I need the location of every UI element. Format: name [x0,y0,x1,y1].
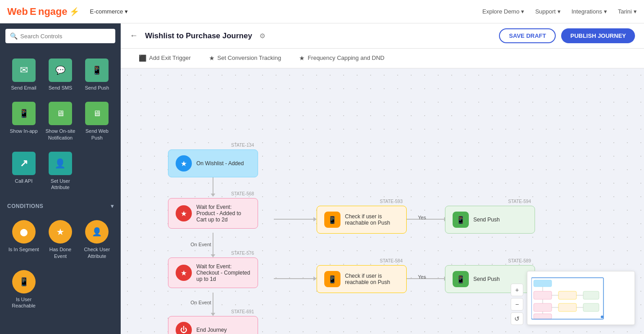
sidebar-item-set-user-attribute[interactable]: 👤 Set User Attribute [42,145,78,195]
send-email-label: Send Email [11,85,36,91]
svg-marker-9 [313,276,317,281]
zoom-in-button[interactable]: + [511,284,523,296]
ecommerce-dropdown[interactable]: E-commerce ▾ [90,8,128,15]
integrations-dropdown[interactable]: Integrations ▾ [571,8,607,15]
svg-marker-1 [211,194,215,197]
node-state-593[interactable]: STATE-593 📱 Check if user is reachable o… [317,206,407,234]
canvas[interactable]: On Timeout Yes On Event On Timeout Yes O… [121,68,644,334]
is-in-segment-label: Is In Segment [9,246,39,253]
send-push-label: Send Push [85,85,109,91]
sidebar-item-is-user-reachable[interactable]: 📱 Is User Reachable [5,264,42,314]
state-134-id: STATE-134 [231,143,254,148]
zoom-out-button[interactable]: − [511,298,523,311]
set-user-attribute-icon: 👤 [49,152,72,175]
search-box[interactable]: 🔍 [5,29,115,43]
conversion-icon: ★ [209,54,215,62]
call-api-label: Call API [15,178,32,184]
explore-demo-dropdown[interactable]: Explore Demo ▾ [482,8,524,15]
minimap [527,271,635,325]
state-584-label: Check if user is reachable on Push [345,273,399,285]
search-input[interactable] [20,33,111,40]
svg-point-30 [601,316,603,318]
user-dropdown[interactable]: Tarini ▾ [618,8,637,15]
on-event-label-1: On Event [190,242,211,247]
conditions-chevron-icon: ▾ [111,203,114,209]
sidebar-item-is-in-segment[interactable]: ⬤ Is In Segment [5,214,42,264]
send-sms-icon: 💬 [49,59,72,82]
send-email-icon: ✉ [12,59,36,82]
state-568-label: Wait for Event: Product - Added to Cart … [196,204,250,223]
explore-demo-chevron-icon: ▾ [521,8,524,15]
sendpush1-id: STATE-594 [508,199,531,204]
support-label: Support [535,8,556,15]
user-label: Tarini [618,8,632,15]
sidebar-item-call-api[interactable]: ↗ Call API [5,145,42,195]
is-user-reachable-label: Is User Reachable [8,296,39,309]
check2-push-icon: 📱 [324,271,340,287]
conditions-label: CONDITIONS [7,203,43,209]
search-icon: 🔍 [10,32,18,40]
svg-rect-19 [558,303,576,311]
logo-highlight: E [30,6,36,18]
sidebar-item-send-web-push[interactable]: 🖥 Send Web Push [79,95,115,145]
state-593-id: STATE-593 [380,199,403,204]
support-chevron-icon: ▾ [558,8,561,15]
svg-rect-14 [534,280,552,287]
topnav: WebEngage ⚡ E-commerce ▾ Explore Demo ▾ … [0,0,644,23]
node-state-576[interactable]: STATE-576 ★ Wait for Event: Checkout - C… [168,257,258,288]
integrations-label: Integrations [571,8,602,15]
node-state-691[interactable]: STATE-691 ⏻ End Journey [168,316,258,334]
tab-exit-trigger[interactable]: ⬛ Add Exit Trigger [130,49,200,68]
settings-icon[interactable]: ⚙ [259,32,265,40]
header-actions: SAVE DRAFT PUBLISH JOURNEY [499,28,635,43]
sidebar: 🔍 ✉ Send Email 💬 Send SMS 📱 Send Push 📱 … [0,23,121,334]
svg-rect-16 [558,291,576,299]
save-draft-button[interactable]: SAVE DRAFT [499,28,556,43]
svg-marker-7 [211,254,215,257]
node-sendpush-1[interactable]: STATE-594 📱 Send Push [445,206,535,234]
tab-conversion-label: Set Conversion Tracking [218,54,281,61]
sendpush1-label: Send Push [473,217,500,223]
sidebar-item-send-sms[interactable]: 💬 Send SMS [42,52,78,95]
node-state-134[interactable]: STATE-134 ★ On Wishlist - Added [168,149,258,177]
minimap-svg [531,275,630,320]
sendpush1-icon: 📱 [453,212,469,228]
sidebar-item-send-email[interactable]: ✉ Send Email [5,52,42,95]
conditions-header[interactable]: CONDITIONS ▾ [0,199,121,212]
minimap-controls: + − ↺ [511,284,523,325]
call-api-icon: ↗ [12,152,36,175]
back-button[interactable]: ← [130,31,138,41]
is-user-reachable-icon: 📱 [12,270,36,293]
sidebar-item-has-done-event[interactable]: ★ Has Done Event [42,214,78,264]
state-576-label: Wait for Event: Checkout - Completed up … [196,263,250,282]
conditions-grid: ⬤ Is In Segment ★ Has Done Event 👤 Check… [0,212,121,315]
show-onsite-icon: 🖥 [49,102,72,125]
tab-exit-trigger-label: Add Exit Trigger [149,54,191,61]
sidebar-item-show-onsite[interactable]: 🖥 Show On-site Notification [42,95,78,145]
logo-icon: Web [7,6,28,18]
yes-label-2: Yes [418,274,426,280]
svg-marker-3 [313,217,317,221]
state-589-id: STATE-589 [508,258,531,263]
content-area: ← Wishlist to Purchase Journey ⚙ SAVE DR… [121,23,644,334]
support-dropdown[interactable]: Support ▾ [535,8,561,15]
explore-demo-label: Explore Demo [482,8,519,15]
nav-right: Explore Demo ▾ Support ▾ Integrations ▾ … [482,8,637,15]
node-state-584[interactable]: STATE-584 📱 Check if user is reachable o… [317,265,407,293]
tab-conversion[interactable]: ★ Set Conversion Tracking [200,49,290,68]
tab-frequency[interactable]: ★ Frequency Capping and DND [290,49,394,68]
wait1-star-icon: ★ [176,205,192,221]
show-inapp-icon: 📱 [12,102,36,125]
main-container: 🔍 ✉ Send Email 💬 Send SMS 📱 Send Push 📱 … [0,23,644,334]
publish-journey-button[interactable]: PUBLISH JOURNEY [561,28,635,43]
sidebar-item-send-push[interactable]: 📱 Send Push [79,52,115,95]
is-in-segment-icon: ⬤ [12,220,36,244]
node-state-568[interactable]: STATE-568 ★ Wait for Event: Product - Ad… [168,198,258,229]
logo: WebEngage ⚡ [7,6,79,18]
ecommerce-label: E-commerce [90,8,123,15]
sidebar-item-show-inapp[interactable]: 📱 Show In-app [5,95,42,145]
sidebar-item-check-user-attribute[interactable]: 👤 Check User Attribute [79,214,115,264]
integrations-chevron-icon: ▾ [604,8,607,15]
check-user-attribute-label: Check User Attribute [82,246,113,259]
reset-button[interactable]: ↺ [511,312,523,325]
